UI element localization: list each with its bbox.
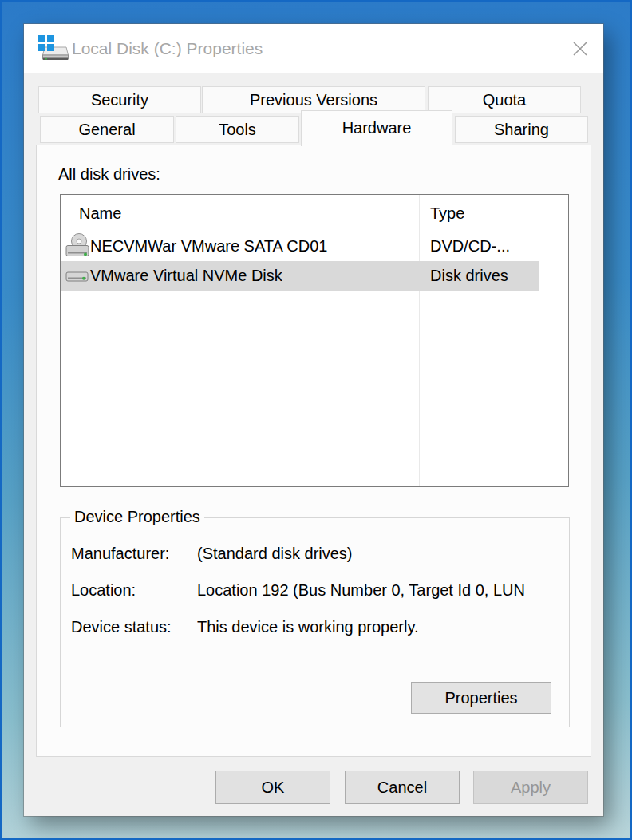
tab-sharing[interactable]: Sharing xyxy=(455,116,588,143)
disk-drives-list[interactable]: Name Type NECVMWar VMware SATA CD01 DVD xyxy=(60,194,569,487)
device-properties-group: Device Properties Manufacturer: (Standar… xyxy=(60,517,570,727)
drive-type: DVD/CD-... xyxy=(430,232,510,261)
close-icon xyxy=(571,39,590,58)
titlebar[interactable]: Local Disk (C:) Properties xyxy=(24,24,603,73)
apply-button-disabled: Apply xyxy=(473,771,588,804)
column-header-type[interactable]: Type xyxy=(430,204,464,223)
manufacturer-value: (Standard disk drives) xyxy=(197,545,566,563)
device-status-label: Device status: xyxy=(71,618,172,636)
tab-security[interactable]: Security xyxy=(38,86,201,113)
drive-name: NECVMWar VMware SATA CD01 xyxy=(90,232,327,261)
tab-label: Sharing xyxy=(494,121,549,138)
ok-button[interactable]: OK xyxy=(215,771,330,804)
desktop-background: Local Disk (C:) Properties Security Prev… xyxy=(0,0,632,840)
cancel-button[interactable]: Cancel xyxy=(345,771,460,804)
tab-tools[interactable]: Tools xyxy=(176,116,299,143)
tab-hardware-selected[interactable]: Hardware xyxy=(301,110,452,146)
tab-label: Security xyxy=(91,91,148,109)
tab-general[interactable]: General xyxy=(40,116,174,143)
column-header-name[interactable]: Name xyxy=(79,204,121,223)
tab-previous-versions[interactable]: Previous Versions xyxy=(202,86,425,113)
tab-label: General xyxy=(78,121,135,138)
disk-drive-icon xyxy=(65,262,90,290)
manufacturer-label: Manufacturer: xyxy=(71,545,169,563)
all-disk-drives-label: All disk drives: xyxy=(58,165,160,184)
close-button[interactable] xyxy=(567,35,594,62)
drive-type: Disk drives xyxy=(430,261,508,291)
tab-quota[interactable]: Quota xyxy=(428,86,581,113)
tab-label: Previous Versions xyxy=(250,91,377,109)
properties-dialog: Local Disk (C:) Properties Security Prev… xyxy=(24,24,603,816)
device-status-value: This device is working properly. xyxy=(197,618,566,636)
window-title: Local Disk (C:) Properties xyxy=(72,24,263,73)
list-item-cd-drive[interactable]: NECVMWar VMware SATA CD01 DVD/CD-... xyxy=(61,232,568,261)
hardware-tab-page: All disk drives: Name Type xyxy=(36,145,591,757)
tab-label: Hardware xyxy=(342,119,412,137)
properties-button[interactable]: Properties xyxy=(411,682,551,714)
location-label: Location: xyxy=(71,581,136,600)
list-item-nvme-disk-selected[interactable]: VMware Virtual NVMe Disk Disk drives xyxy=(61,261,568,291)
cd-drive-icon xyxy=(65,232,90,260)
tab-label: Quota xyxy=(483,91,526,109)
drive-name: VMware Virtual NVMe Disk xyxy=(90,261,282,291)
tab-label: Tools xyxy=(219,121,256,138)
location-value: Location 192 (Bus Number 0, Target Id 0,… xyxy=(197,581,566,600)
group-title: Device Properties xyxy=(70,508,204,526)
disk-windows-icon xyxy=(38,34,69,64)
